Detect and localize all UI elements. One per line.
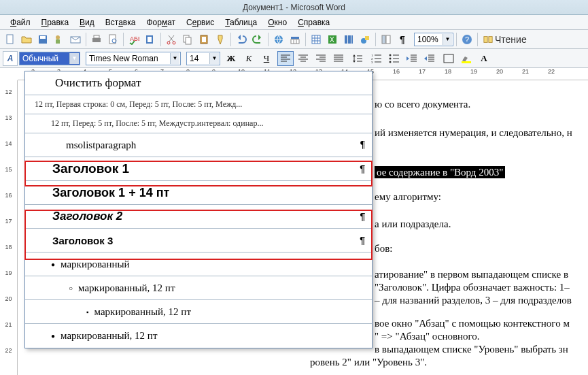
align-center-button[interactable] <box>295 51 311 66</box>
style-dropdown: Очистить формат 12 пт, Первая строка: 0 … <box>24 71 373 348</box>
undo-button[interactable] <box>234 32 249 47</box>
menu-insert[interactable]: Вставка <box>101 16 141 29</box>
doc-text: вое окно "Абзац" с помощью контекстного … <box>375 317 570 331</box>
permission-button[interactable] <box>52 32 67 47</box>
drawing-button[interactable] <box>358 32 373 47</box>
pilcrow-icon: ¶ <box>360 163 365 174</box>
doc-map-button[interactable] <box>379 32 394 47</box>
dropdown-arrow-icon[interactable]: ▼ <box>209 53 219 64</box>
menu-window[interactable]: Окно <box>263 16 292 29</box>
increase-indent-button[interactable] <box>421 51 438 66</box>
cut-button[interactable] <box>164 32 179 47</box>
svg-rect-20 <box>291 37 299 39</box>
pilcrow-icon: ¶ <box>360 235 365 246</box>
vertical-ruler[interactable]: 12 13 14 15 16 17 18 19 20 21 22 <box>0 80 18 375</box>
research-button[interactable] <box>143 32 158 47</box>
open-button[interactable] <box>19 32 34 47</box>
save-button[interactable] <box>35 32 50 47</box>
svg-rect-82 <box>444 54 453 63</box>
style-combo[interactable]: Обычный ▼ <box>19 52 80 65</box>
font-combo[interactable]: Times New Roman ▼ <box>86 52 181 65</box>
hyperlink-button[interactable] <box>271 32 286 47</box>
help-button[interactable]: ? <box>460 32 474 47</box>
doc-text: ое содержание в "Ворд 2003" <box>375 166 505 180</box>
menu-help[interactable]: Справка <box>293 16 334 29</box>
doc-text: – для названий разделов, 3 – для подразд… <box>375 294 572 308</box>
size-combo[interactable]: 14 ▼ <box>186 52 220 65</box>
italic-button[interactable]: К <box>241 51 257 66</box>
mail-button[interactable] <box>68 32 83 47</box>
style-option-desc1[interactable]: 12 пт, Первая строка: 0 см, Перед: 5 пт,… <box>25 95 372 114</box>
decrease-indent-button[interactable] <box>404 51 420 66</box>
doc-text: атирование" в первом выпадающем списке в <box>375 268 568 282</box>
svg-rect-18 <box>202 37 206 42</box>
paste-button[interactable] <box>196 32 211 47</box>
style-option-bullet1[interactable]: ●маркированный <box>25 252 372 276</box>
style-option-bullet3[interactable]: ▪маркированный, 12 пт <box>25 300 372 324</box>
style-option-bullet2[interactable]: ○маркированный, 12 пт <box>25 276 372 300</box>
insert-table-button[interactable] <box>309 32 324 47</box>
svg-rect-33 <box>351 35 353 44</box>
show-marks-button[interactable]: ¶ <box>395 32 410 47</box>
svg-rect-6 <box>92 38 101 42</box>
svg-rect-24 <box>312 35 320 44</box>
tables-button[interactable] <box>288 32 302 47</box>
svg-text:3: 3 <box>371 61 373 63</box>
style-option-heading1[interactable]: Заголовок 1¶ <box>25 157 372 181</box>
style-option-mso[interactable]: msolistparagraph¶ <box>25 133 372 157</box>
menu-file[interactable]: Файл <box>5 16 35 29</box>
menu-tools[interactable]: Сервис <box>181 16 219 29</box>
style-option-heading1-14pt[interactable]: Заголовок 1 + 14 пт <box>25 181 372 205</box>
numbering-button[interactable]: 123 <box>368 51 385 66</box>
svg-rect-12 <box>148 37 152 42</box>
redo-button[interactable] <box>250 32 265 47</box>
dropdown-arrow-icon[interactable]: ▼ <box>69 53 79 64</box>
spell-button[interactable]: АБВ <box>126 32 141 47</box>
font-color-button[interactable]: A <box>476 51 492 66</box>
svg-rect-37 <box>386 35 390 44</box>
style-option-clear[interactable]: Очистить формат <box>25 71 372 95</box>
svg-rect-31 <box>345 35 347 44</box>
borders-button[interactable] <box>440 51 457 66</box>
excel-button[interactable]: X <box>325 32 340 47</box>
bold-button[interactable]: Ж <box>223 51 239 66</box>
align-justify-button[interactable] <box>330 51 347 66</box>
svg-point-70 <box>390 61 392 63</box>
zoom-combo[interactable]: 100% ▼ <box>414 33 453 46</box>
highlight-button[interactable] <box>458 51 474 66</box>
reading-label: Чтение <box>495 34 527 45</box>
new-doc-button[interactable] <box>3 32 18 47</box>
line-spacing-button[interactable] <box>349 51 366 66</box>
reading-layout-button[interactable]: Чтение <box>481 32 530 47</box>
format-painter-button[interactable] <box>213 32 228 47</box>
print-button[interactable] <box>89 32 104 47</box>
columns-button[interactable] <box>341 32 356 47</box>
standard-toolbar: АБВ X ¶ 100% ▼ ? Чтение <box>0 30 588 49</box>
styles-pane-button[interactable]: A <box>3 51 18 66</box>
align-right-button[interactable] <box>313 51 329 66</box>
doc-text: " => "Абзац" основного. <box>375 330 480 344</box>
doc-text: ровень 2" или "Уровень 3". <box>310 356 427 370</box>
preview-button[interactable] <box>105 32 120 47</box>
menu-edit[interactable]: Правка <box>37 16 74 29</box>
style-value: Обычный <box>22 54 58 63</box>
menu-table[interactable]: Таблица <box>220 16 262 29</box>
svg-point-68 <box>390 54 392 56</box>
bullets-button[interactable] <box>386 51 402 66</box>
svg-rect-41 <box>489 36 492 42</box>
menu-format[interactable]: Формат <box>141 16 180 29</box>
style-option-heading3[interactable]: Заголовок 3¶ <box>25 229 372 252</box>
doc-text: ю со всего документа. <box>375 98 470 112</box>
style-option-bullet4[interactable]: ●маркированный, 12 пт <box>25 324 372 348</box>
dropdown-arrow-icon[interactable]: ▼ <box>170 53 179 64</box>
menu-view[interactable]: Вид <box>75 16 99 29</box>
formatting-toolbar: A Обычный ▼ Times New Roman ▼ 14 ▼ Ж К Ч… <box>0 49 588 68</box>
underline-button[interactable]: Ч <box>258 51 275 66</box>
svg-point-69 <box>390 57 392 59</box>
style-option-desc2[interactable]: 12 пт, Перед: 5 пт, После: 5 пт, Междуст… <box>25 114 372 133</box>
align-left-button[interactable] <box>277 51 294 66</box>
doc-text: в выпадающем списке "Уровень" выбрать зн <box>375 343 568 357</box>
font-value: Times New Roman <box>89 54 158 63</box>
style-option-heading2[interactable]: Заголовок 2¶ <box>25 205 372 229</box>
copy-button[interactable] <box>180 32 195 47</box>
